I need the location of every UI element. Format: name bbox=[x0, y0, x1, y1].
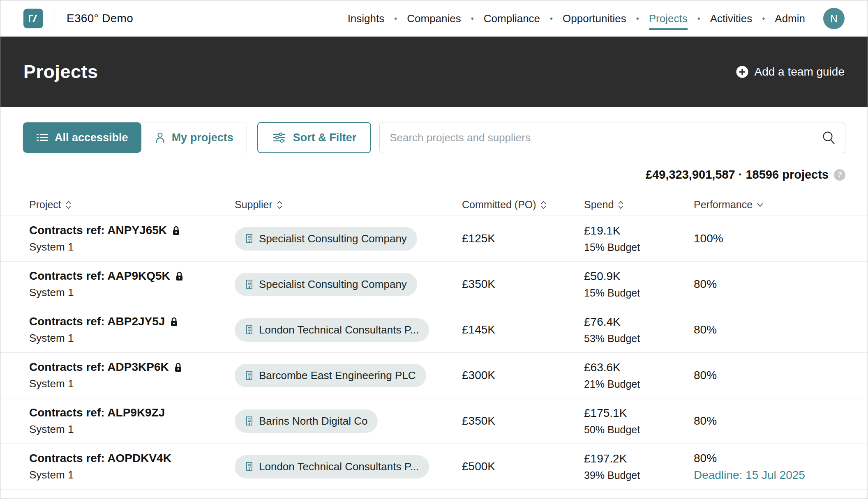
page-title: Projects bbox=[23, 61, 98, 83]
sort-filter-button[interactable]: Sort & Filter bbox=[257, 122, 372, 153]
lock-icon bbox=[170, 316, 178, 327]
page-header: Projects Add a team guide bbox=[0, 37, 868, 107]
nav-item[interactable]: Companies bbox=[407, 12, 484, 25]
spend-value: £76.4K bbox=[584, 315, 694, 329]
logo-glyph-icon bbox=[27, 12, 39, 25]
supplier-name: Specialist Consulting Company bbox=[259, 232, 407, 245]
column-header-label: Spend bbox=[584, 199, 614, 211]
search-input[interactable] bbox=[379, 122, 845, 153]
project-cell: Contracts ref: AOPDKV4K System 1 bbox=[29, 452, 235, 481]
sort-updown-icon bbox=[540, 200, 547, 210]
brand-divider bbox=[55, 9, 55, 28]
nav-item-label: Insights bbox=[348, 12, 385, 30]
primary-nav: Insights Companies Compliance Opportunit… bbox=[348, 12, 805, 25]
table-row[interactable]: Contracts ref: AOPDKV4K System 1 bbox=[0, 444, 868, 490]
budget-percent: 15% Budget bbox=[584, 241, 694, 253]
supplier-cell: Barins North Digital Co bbox=[235, 409, 462, 433]
performance-cell: 80% bbox=[694, 414, 845, 428]
performance-cell: 100% bbox=[694, 232, 845, 245]
brand-title: E360° Demo bbox=[67, 12, 133, 25]
spend-cell: £19.1K 15% Budget bbox=[584, 224, 694, 253]
table-row[interactable]: Contracts ref: AAP9KQ5K System 1 bbox=[0, 262, 868, 307]
nav-item[interactable]: Admin bbox=[775, 12, 805, 25]
add-team-guide-label: Add a team guide bbox=[755, 65, 845, 78]
column-header[interactable]: Project bbox=[29, 199, 235, 211]
supplier-name: Specialist Consulting Company bbox=[259, 278, 407, 291]
performance-value: 80% bbox=[694, 452, 845, 465]
supplier-name: London Technical Consultants P... bbox=[259, 460, 419, 473]
app-logo[interactable] bbox=[23, 9, 43, 28]
supplier-name: Barins North Digital Co bbox=[259, 415, 367, 428]
nav-item-label: Opportunities bbox=[563, 12, 626, 30]
sort-updown-icon bbox=[65, 200, 72, 210]
project-cell: Contracts ref: ALP9K9ZJ System 1 bbox=[29, 406, 235, 436]
building-icon bbox=[245, 461, 254, 472]
column-header[interactable]: Supplier bbox=[235, 199, 462, 211]
spend-value: £19.1K bbox=[584, 224, 694, 237]
supplier-chip[interactable]: London Technical Consultants P... bbox=[235, 455, 429, 478]
supplier-chip[interactable]: London Technical Consultants P... bbox=[235, 318, 429, 342]
spend-value: £197.2K bbox=[584, 452, 694, 465]
performance-value: 100% bbox=[694, 232, 845, 245]
project-ref: Contracts ref: AOPDKV4K bbox=[29, 452, 171, 465]
supplier-chip[interactable]: Barcombe East Engineering PLC bbox=[235, 364, 426, 387]
chevron-down-icon bbox=[757, 202, 764, 207]
column-header-label: Committed (PO) bbox=[462, 199, 536, 211]
performance-value: 80% bbox=[694, 369, 845, 382]
column-header-label: Project bbox=[29, 199, 61, 211]
nav-item-label: Projects bbox=[649, 12, 688, 30]
project-cell: Contracts ref: ABP2JY5J System 1 bbox=[29, 315, 235, 345]
my-projects-button[interactable]: My projects bbox=[141, 122, 247, 153]
nav-item[interactable]: Insights bbox=[348, 12, 407, 25]
list-icon bbox=[36, 133, 48, 143]
project-system: System 1 bbox=[29, 241, 235, 253]
nav-item[interactable]: Compliance bbox=[484, 12, 563, 25]
projects-table: Project Supplier Committed (PO) bbox=[0, 194, 868, 490]
building-icon bbox=[245, 279, 254, 290]
spend-cell: £63.6K 21% Budget bbox=[584, 361, 694, 390]
supplier-cell: Barcombe East Engineering PLC bbox=[235, 364, 462, 387]
project-cell: Contracts ref: ADP3KP6K System 1 bbox=[29, 361, 235, 390]
project-ref: Contracts ref: AAP9KQ5K bbox=[29, 269, 170, 283]
nav-item[interactable]: Activities bbox=[710, 12, 775, 25]
table-row[interactable]: Contracts ref: ADP3KP6K System 1 bbox=[0, 353, 868, 398]
building-icon bbox=[245, 324, 254, 335]
avatar[interactable]: N bbox=[823, 8, 845, 29]
spend-cell: £175.1K 50% Budget bbox=[584, 407, 694, 436]
supplier-chip[interactable]: Barins North Digital Co bbox=[235, 409, 378, 433]
column-header[interactable]: Spend bbox=[584, 199, 694, 211]
search-icon[interactable] bbox=[822, 130, 836, 145]
column-header[interactable]: Committed (PO) bbox=[462, 199, 584, 211]
committed-cell: £350K bbox=[462, 414, 584, 428]
project-system: System 1 bbox=[29, 286, 235, 299]
help-icon[interactable]: ? bbox=[834, 169, 845, 181]
project-ref: Contracts ref: ALP9K9ZJ bbox=[29, 406, 165, 419]
committed-cell: £125K bbox=[462, 232, 584, 245]
project-ref: Contracts ref: ABP2JY5J bbox=[29, 315, 165, 328]
supplier-cell: Specialist Consulting Company bbox=[235, 273, 462, 296]
summary-row: £49,323,901,587 · 18596 projects ? bbox=[23, 168, 845, 182]
project-system: System 1 bbox=[29, 377, 235, 390]
table-row[interactable]: Contracts ref: ABP2JY5J System 1 bbox=[0, 307, 868, 353]
table-row[interactable]: Contracts ref: ALP9K9ZJ System 1 bbox=[0, 398, 868, 444]
performance-cell: 80% bbox=[694, 323, 845, 336]
supplier-cell: Specialist Consulting Company bbox=[235, 227, 462, 251]
sort-updown-icon bbox=[277, 200, 283, 210]
column-header[interactable]: Performance bbox=[694, 199, 845, 211]
nav-item[interactable]: Opportunities bbox=[563, 12, 649, 25]
plus-circle-icon bbox=[736, 65, 749, 78]
supplier-chip[interactable]: Specialist Consulting Company bbox=[235, 227, 417, 251]
table-row[interactable]: Contracts ref: ANPYJ65K System 1 bbox=[0, 216, 868, 262]
spend-value: £175.1K bbox=[584, 407, 694, 420]
all-accessible-label: All accessible bbox=[55, 131, 128, 144]
view-toggle: All accessible My projects bbox=[23, 122, 247, 153]
project-system: System 1 bbox=[29, 423, 235, 436]
budget-percent: 15% Budget bbox=[584, 287, 694, 299]
sort-updown-icon bbox=[618, 200, 624, 210]
nav-item[interactable]: Projects bbox=[649, 12, 710, 25]
supplier-chip[interactable]: Specialist Consulting Company bbox=[235, 273, 417, 296]
budget-percent: 21% Budget bbox=[584, 378, 694, 390]
all-accessible-button[interactable]: All accessible bbox=[23, 122, 141, 153]
add-team-guide-button[interactable]: Add a team guide bbox=[736, 65, 845, 78]
project-cell: Contracts ref: AAP9KQ5K System 1 bbox=[29, 269, 235, 299]
